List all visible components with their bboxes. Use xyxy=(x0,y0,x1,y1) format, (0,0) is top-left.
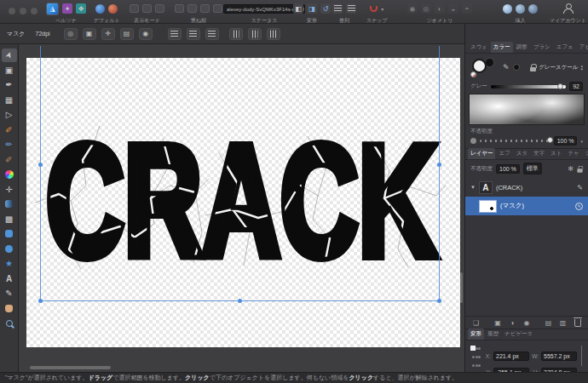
ellipse-tool[interactable] xyxy=(2,242,17,255)
flip-vertical-icon[interactable]: ◨ xyxy=(307,3,317,14)
selection-left-edge[interactable] xyxy=(40,46,41,300)
mask-expand-icon[interactable]: ✛ xyxy=(101,28,115,40)
transparency-tool[interactable]: ▩ xyxy=(2,212,17,226)
tab-history[interactable]: 履歴 xyxy=(485,329,501,340)
blend-ranges-icon[interactable]: ❏ xyxy=(470,317,481,328)
grayscale-picker-box[interactable] xyxy=(469,94,585,125)
layer-expand-icon[interactable]: ▼ xyxy=(470,185,476,190)
gray-value-field[interactable]: 92 xyxy=(569,82,583,91)
geometry-add-icon[interactable]: ◉ xyxy=(407,3,418,14)
mask-layer-thumbnail[interactable] xyxy=(479,200,497,213)
color-opacity-value[interactable]: 100 % xyxy=(554,136,578,146)
selection-handle-bottom-center[interactable] xyxy=(238,299,242,303)
tab-effects[interactable]: エフェ xyxy=(554,42,576,53)
eyedropper-icon[interactable]: ✎ xyxy=(503,63,510,71)
mask-crop-icon[interactable]: ▣ xyxy=(83,28,96,40)
move-tool[interactable]: ➤ xyxy=(2,49,17,62)
texture-brush-tool[interactable]: ✐ xyxy=(2,152,17,166)
live-filter-icon[interactable]: ◉ xyxy=(522,317,533,328)
hand-tool[interactable] xyxy=(2,301,17,315)
vector-pen-tool[interactable]: ✎ xyxy=(2,287,17,300)
order-forward-icon[interactable] xyxy=(200,4,210,13)
order-backward-icon[interactable] xyxy=(187,4,197,13)
insert-behind-icon[interactable] xyxy=(503,4,512,14)
tab-stock[interactable]: スト xyxy=(548,148,564,159)
gray-slider[interactable] xyxy=(491,85,566,89)
geometry-divide-icon[interactable]: ◓ xyxy=(462,3,472,14)
tab-adjustments[interactable]: 調整 xyxy=(514,42,530,53)
zoom-tool[interactable] xyxy=(2,317,17,330)
view-mode-vector-icon[interactable] xyxy=(130,4,139,13)
align-right-edges-icon[interactable] xyxy=(205,28,219,40)
canvas-area[interactable]: CRACK xyxy=(19,44,464,372)
window-zoom-button[interactable] xyxy=(31,8,37,14)
blend-mode-select[interactable]: 標準 xyxy=(523,163,542,174)
adjustment-layer-icon[interactable]: ◑ xyxy=(507,317,518,328)
text-layer-thumbnail[interactable]: A xyxy=(479,181,493,194)
layer-lock-icon[interactable] xyxy=(577,169,582,173)
vertical-scrollbar[interactable] xyxy=(460,272,463,303)
align-horizontal-center-icon[interactable] xyxy=(187,28,200,40)
align-top-edges-icon[interactable] xyxy=(229,28,243,40)
fill-stroke-selector[interactable] xyxy=(470,57,499,77)
opacity-slider-knob[interactable] xyxy=(547,137,553,143)
selection-handle-bottom-right[interactable] xyxy=(437,299,441,303)
selection-handle-mid-left[interactable] xyxy=(38,163,43,167)
layer-row-text[interactable]: ▼ A (CRACK) ✎ xyxy=(465,178,588,197)
tab-styles[interactable]: スタ xyxy=(514,148,530,159)
view-mode-retina-icon[interactable] xyxy=(155,4,164,13)
view-mode-pixel-icon[interactable] xyxy=(142,4,152,13)
healing-tool[interactable]: ✛ xyxy=(2,182,17,196)
tab-swatches[interactable]: スウォ xyxy=(468,42,490,53)
mask-edit-icon[interactable]: ✎ xyxy=(575,203,583,210)
color-wheel-tool[interactable] xyxy=(2,168,17,181)
tab-character[interactable]: 文字 xyxy=(531,148,547,159)
gray-slider-knob[interactable] xyxy=(557,83,563,89)
defaults-revert-icon[interactable] xyxy=(108,4,118,14)
layer-row-mask[interactable]: (マスク) ✎ xyxy=(465,197,588,215)
insert-inside-icon[interactable] xyxy=(528,4,538,14)
opacity-stepper-icon[interactable]: ▾ xyxy=(580,140,583,143)
frame-tool[interactable]: ▣ xyxy=(2,63,17,77)
link-dimensions-icon[interactable] xyxy=(581,346,582,366)
color-lock-icon[interactable] xyxy=(530,67,536,71)
align-left-edges-icon[interactable] xyxy=(168,28,182,40)
tab-snapshots[interactable]: シ xyxy=(583,148,588,159)
geometry-subtract-icon[interactable]: ◎ xyxy=(421,3,431,14)
horizontal-scrollbar[interactable] xyxy=(30,366,111,369)
pen-tool[interactable]: ✒ xyxy=(2,78,17,92)
align-left-icon[interactable] xyxy=(332,3,343,14)
node-tool[interactable]: ▷ xyxy=(2,108,17,122)
geometry-xor-icon[interactable]: ◒ xyxy=(448,3,458,14)
pixel-pencil-tool[interactable]: ✏ xyxy=(2,138,17,151)
layer-edit-pencil-icon[interactable]: ✎ xyxy=(577,184,583,192)
mask-refine-icon[interactable]: ◉ xyxy=(139,28,153,40)
new-group-icon[interactable]: ▥ xyxy=(557,317,568,328)
gradient-tool[interactable] xyxy=(2,197,17,211)
color-mode-stepper-icon[interactable]: ▴▾ xyxy=(580,64,583,71)
opacity-slider[interactable] xyxy=(480,140,551,142)
blend-options-gear-icon[interactable]: ✻ xyxy=(568,165,574,173)
picked-color-swatch[interactable] xyxy=(513,64,520,71)
layers-empty-area[interactable] xyxy=(465,215,588,316)
rotate-ccw-icon[interactable]: ↺ xyxy=(320,3,331,14)
new-layer-icon[interactable]: ▤ xyxy=(543,317,554,328)
align-vertical-center-icon[interactable] xyxy=(248,28,262,40)
selection-handle-mid-right[interactable] xyxy=(437,163,441,167)
photo-persona-button[interactable]: ◮ xyxy=(46,3,59,15)
tab-layers[interactable]: レイヤー xyxy=(468,148,495,159)
order-to-front-icon[interactable] xyxy=(213,4,222,13)
rectangle-tool[interactable] xyxy=(2,227,17,241)
layer-name[interactable]: (CRACK) xyxy=(496,184,574,192)
layer-name[interactable]: (マスク) xyxy=(500,202,572,210)
align-bottom-edges-icon[interactable] xyxy=(267,28,280,40)
my-account-icon[interactable] xyxy=(562,3,573,14)
x-field[interactable]: 221.4 px xyxy=(493,352,529,361)
document-page[interactable]: CRACK xyxy=(26,58,460,347)
snapping-dropdown-icon[interactable]: ▾ xyxy=(381,6,383,12)
text-tool[interactable]: A xyxy=(2,272,17,285)
mask-clipboard-icon[interactable]: ▤ xyxy=(120,28,134,40)
insert-top-icon[interactable] xyxy=(516,4,525,14)
w-field[interactable]: 5557.2 px xyxy=(541,352,577,361)
flip-horizontal-icon[interactable]: ◧ xyxy=(293,3,303,14)
